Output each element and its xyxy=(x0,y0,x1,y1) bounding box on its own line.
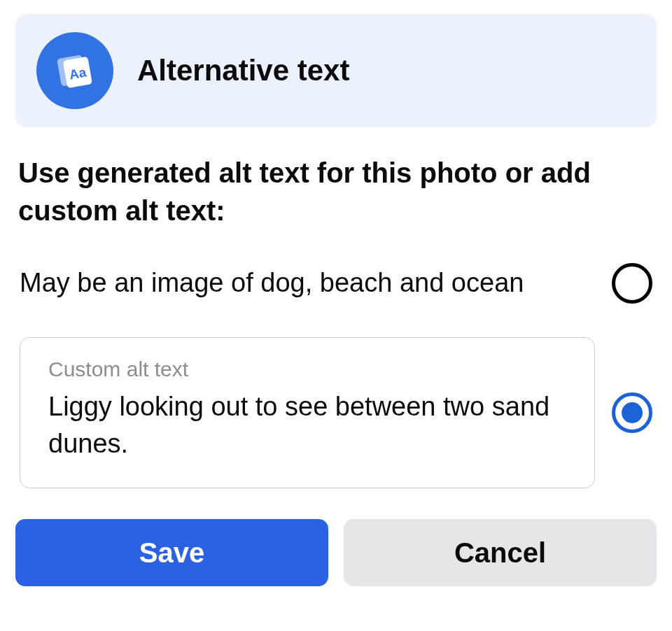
generated-alt-option[interactable]: May be an image of dog, beach and ocean xyxy=(15,263,657,304)
generated-alt-text: May be an image of dog, beach and ocean xyxy=(20,265,595,301)
cards-aa-icon: Aa xyxy=(53,48,97,94)
svg-text:Aa: Aa xyxy=(68,64,88,82)
custom-alt-option: Custom alt text Liggy looking out to see… xyxy=(15,337,657,488)
custom-alt-input-box[interactable]: Custom alt text Liggy looking out to see… xyxy=(20,337,595,488)
header-title: Alternative text xyxy=(137,54,349,87)
header-banner: Aa Alternative text xyxy=(15,14,657,127)
custom-alt-value[interactable]: Liggy looking out to see between two san… xyxy=(48,388,566,462)
cancel-button[interactable]: Cancel xyxy=(344,519,657,586)
instruction-text: Use generated alt text for this photo or… xyxy=(15,154,657,229)
custom-alt-radio[interactable] xyxy=(612,392,652,433)
radio-dot xyxy=(622,402,643,423)
generated-alt-radio[interactable] xyxy=(612,263,652,304)
alt-text-icon-circle: Aa xyxy=(36,32,113,109)
button-row: Save Cancel xyxy=(15,519,657,586)
custom-alt-label: Custom alt text xyxy=(48,357,566,381)
save-button[interactable]: Save xyxy=(15,519,328,586)
